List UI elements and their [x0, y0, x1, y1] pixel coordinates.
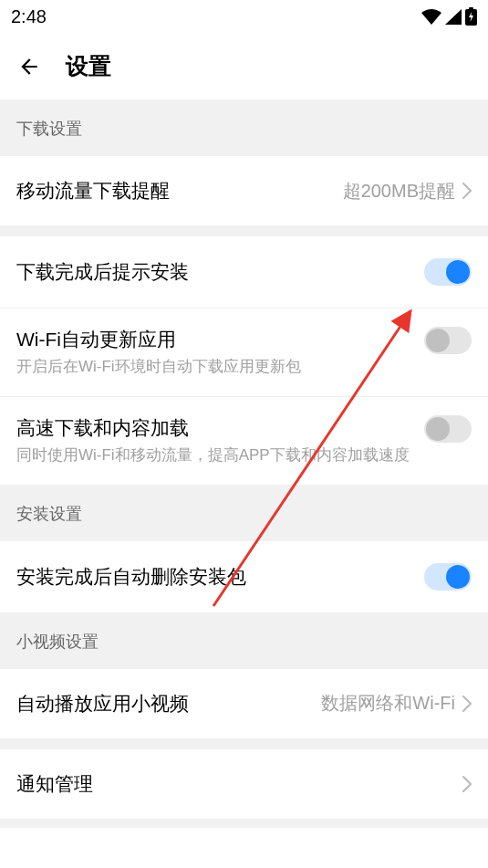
setting-subtitle: 同时使用Wi-Fi和移动流量，提高APP下载和内容加载速度 [16, 444, 413, 466]
setting-title: 下载完成后提示安装 [16, 259, 413, 285]
setting-prompt-install[interactable]: 下载完成后提示安装 [0, 236, 488, 308]
chevron-right-icon [462, 776, 472, 792]
setting-wifi-auto-update[interactable]: Wi-Fi自动更新应用 开启后在Wi-Fi环境时自动下载应用更新包 [0, 309, 488, 396]
setting-value: 数据网络和Wi-Fi [321, 691, 455, 716]
setting-title: 移动流量下载提醒 [16, 178, 332, 204]
section-header-install: 安装设置 [0, 485, 488, 541]
setting-notification-management[interactable]: 通知管理 [0, 749, 488, 819]
setting-title: Wi-Fi自动更新应用 [16, 327, 413, 352]
toggle-prompt-install[interactable] [424, 258, 472, 286]
signal-icon [445, 9, 462, 25]
status-time: 2:48 [11, 6, 47, 27]
toggle-high-speed-download[interactable] [424, 415, 472, 443]
section-header-download: 下载设置 [0, 99, 488, 156]
setting-mobile-data-reminder[interactable]: 移动流量下载提醒 超200MB提醒 [0, 156, 488, 225]
page-title: 设置 [66, 51, 111, 81]
section-header-short-video: 小视频设置 [0, 612, 488, 669]
toggle-auto-delete-package[interactable] [424, 563, 472, 591]
status-indicators [421, 7, 477, 26]
setting-auto-play-video[interactable]: 自动播放应用小视频 数据网络和Wi-Fi [0, 669, 488, 738]
status-bar: 2:48 [0, 0, 488, 33]
chevron-right-icon [462, 695, 472, 712]
setting-subtitle: 开启后在Wi-Fi环境时自动下载应用更新包 [16, 356, 413, 378]
setting-title: 安装完成后自动删除安装包 [16, 564, 413, 590]
wifi-icon [421, 9, 441, 25]
setting-title: 高速下载和内容加载 [16, 415, 413, 441]
setting-title: 自动播放应用小视频 [16, 691, 310, 716]
chevron-right-icon [462, 183, 472, 199]
back-arrow-icon [17, 55, 41, 78]
svg-rect-1 [469, 7, 473, 10]
battery-icon [465, 7, 477, 26]
setting-auto-delete-package[interactable]: 安装完成后自动删除安装包 [0, 541, 488, 612]
back-button[interactable] [16, 54, 42, 79]
toggle-wifi-auto-update[interactable] [424, 327, 472, 354]
setting-value: 超200MB提醒 [343, 179, 455, 204]
app-header: 设置 [0, 33, 488, 99]
setting-high-speed-download[interactable]: 高速下载和内容加载 同时使用Wi-Fi和移动流量，提高APP下载和内容加载速度 [0, 397, 488, 485]
setting-title: 通知管理 [16, 771, 452, 797]
